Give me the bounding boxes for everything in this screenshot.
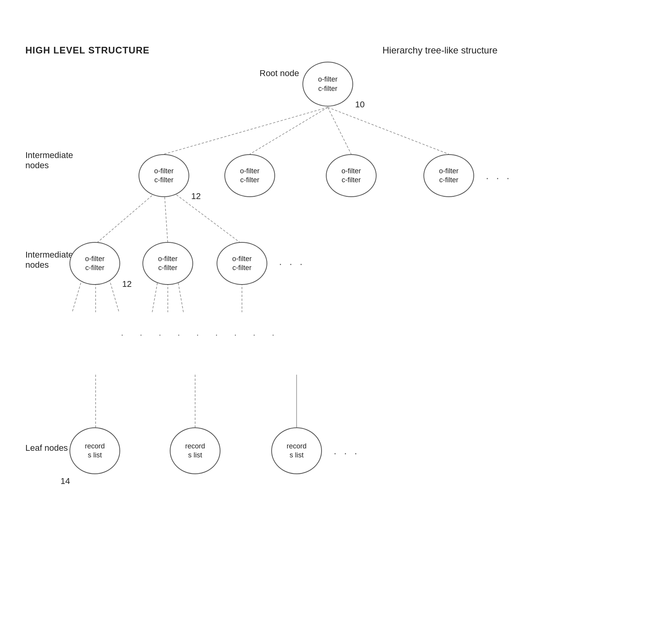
l2-node-1: o-filter c-filter (69, 242, 120, 285)
leaf-node-1-number: 14 (60, 476, 70, 486)
root-line2: c-filter (318, 84, 338, 93)
svg-line-3 (328, 107, 449, 154)
leaf-node-2: record s list (170, 427, 220, 474)
l1-dots: . . . (486, 170, 512, 182)
l1-node-1-number: 12 (191, 191, 201, 201)
svg-line-7 (72, 279, 82, 312)
intermediate-label-1: Intermediate nodes (25, 150, 73, 171)
svg-line-10 (152, 279, 158, 312)
l1-node-4: o-filter c-filter (423, 154, 474, 197)
leaf-dots: . . . (334, 445, 359, 457)
leaf-node-3: record s list (271, 427, 322, 474)
root-node: o-filter c-filter (302, 62, 353, 107)
l1-node-1: o-filter c-filter (139, 154, 189, 197)
root-number: 10 (355, 100, 364, 110)
svg-line-0 (164, 107, 328, 154)
root-node-label: Root node (260, 68, 299, 78)
title-right: Hierarchy tree-like structure (382, 45, 498, 56)
svg-line-2 (328, 107, 351, 154)
mid-dots: . . . . . . . . . (121, 328, 278, 338)
leaf-label: Leaf nodes (25, 443, 68, 453)
l2-node-1-number: 12 (122, 279, 132, 289)
svg-line-12 (178, 279, 183, 312)
l2-node-2: o-filter c-filter (142, 242, 193, 285)
l1-node-3: o-filter c-filter (326, 154, 377, 197)
svg-line-9 (109, 279, 119, 312)
root-line1: o-filter (318, 75, 338, 84)
intermediate-label-2: Intermediate nodes (25, 250, 73, 270)
diagram-container: HIGH LEVEL STRUCTURE Hierarchy tree-like… (0, 0, 672, 635)
l2-node-3: o-filter c-filter (217, 242, 267, 285)
l2-dots: . . . (279, 256, 305, 268)
title-left: HIGH LEVEL STRUCTURE (25, 45, 149, 56)
leaf-node-1: record s list (69, 427, 120, 474)
svg-line-1 (250, 107, 328, 154)
l1-node-2: o-filter c-filter (224, 154, 275, 197)
